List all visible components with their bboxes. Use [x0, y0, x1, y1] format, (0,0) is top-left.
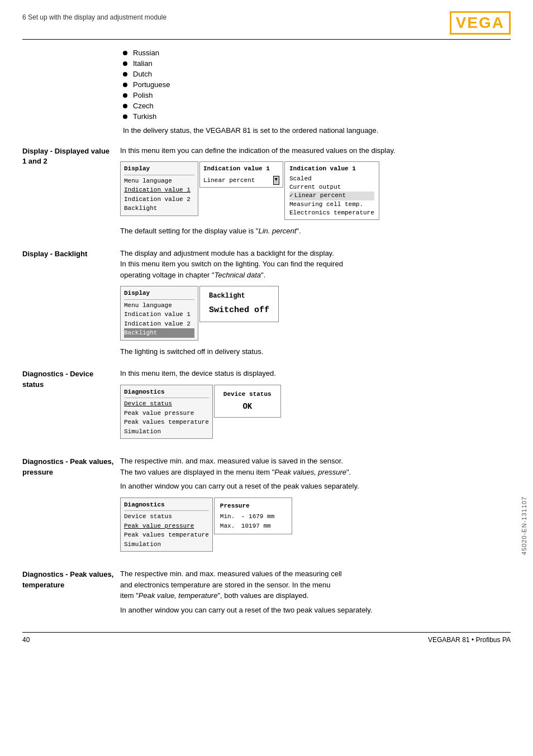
backlight-box-title: Backlight: [209, 291, 269, 301]
backlight-menu-title: Display: [124, 289, 194, 300]
peak-pressure-widget-row: Diagnostics Device status Peak value pre…: [120, 497, 511, 552]
default-note-italic: Lin. percent: [258, 227, 296, 235]
display-value-widget-row: Display Menu language Indication value 1…: [120, 161, 511, 220]
peak-diag-title: Diagnostics: [124, 500, 209, 511]
middle-title: Indication value 1: [203, 164, 279, 174]
bullet-dot: [123, 93, 127, 98]
list-item: Polish: [123, 91, 511, 99]
bullet-dot: [123, 104, 127, 108]
popup-item-linear: Linear percent: [289, 192, 374, 200]
diag-status-desc: In this menu item, the device status is …: [120, 368, 511, 379]
technical-data-italic: Technical data: [215, 271, 261, 279]
display-value-desc: In this menu item you can define the ind…: [120, 145, 511, 156]
bullet-dot: [123, 51, 127, 55]
backlight-menu-left: Display Menu language Indication value 1…: [120, 286, 198, 341]
backlight-desc: The display and adjustment module has a …: [120, 248, 511, 281]
backlight-menu-ind1: Indication value 1: [124, 310, 194, 319]
backlight-box-value: Switched off: [209, 304, 269, 317]
list-item: Dutch: [123, 70, 511, 78]
footer-product: VEGABAR 81 • Profibus PA: [428, 636, 511, 644]
section-content-backlight: The display and adjustment module has a …: [120, 248, 511, 357]
vega-logo: VEGA: [450, 11, 511, 35]
backlight-widget-row: Display Menu language Indication value 1…: [120, 286, 511, 341]
section-label-display-value: Display - Displayed value 1 and 2: [22, 145, 120, 166]
section-diag-peak-temp: Diagnostics - Peak values, temperature T…: [22, 568, 511, 615]
peak-temp-desc2: In another window you can carry out a re…: [120, 605, 511, 616]
default-note: The default setting for the display valu…: [120, 226, 511, 237]
list-item: Russian: [123, 49, 511, 57]
section-label-peak-temp: Diagnostics - Peak values, temperature: [22, 568, 120, 590]
section-diag-peak-pressure: Diagnostics - Peak values, pressure The …: [22, 456, 511, 557]
language-list: Russian Italian Dutch Portuguese Polish …: [123, 49, 511, 121]
diag-status-ok: OK: [223, 401, 272, 413]
page-header: 6 Set up with the display and adjustment…: [22, 11, 511, 40]
list-item: Italian: [123, 59, 511, 68]
pressure-min-label: Min.: [220, 512, 237, 521]
section-content-peak-pressure: The respective min. and max. measured va…: [120, 456, 511, 557]
bullet-dot: [123, 61, 127, 66]
menu-item-indication1: Indication value 1: [124, 185, 194, 195]
pressure-min-value: - 1679 mm: [241, 512, 274, 521]
middle-value: Linear percent: [203, 176, 255, 185]
diag-status-value-box: Device status OK: [214, 385, 281, 418]
menu-item-backlight: Backlight: [124, 204, 194, 213]
display-menu-title: Display: [124, 164, 194, 175]
display-middle-widget: Indication value 1 Linear percent ▼: [199, 161, 283, 188]
bullet-dot: [123, 83, 127, 87]
peak-menu-device: Device status: [124, 512, 209, 521]
diag-menu-peak-temp: Peak values temperature: [124, 418, 209, 427]
menu-item-indication2: Indication value 2: [124, 195, 194, 204]
peak-menu-pressure: Peak value pressure: [124, 521, 209, 531]
popup-item-current: Current output: [289, 183, 374, 192]
diag-menu-simulation: Simulation: [124, 427, 209, 437]
section-label-peak-pressure: Diagnostics - Peak values, pressure: [22, 456, 120, 477]
diag-menu-peak-pressure: Peak value pressure: [124, 409, 209, 418]
diag-status-box-title: Device status: [223, 390, 272, 399]
page-footer: 40 VEGABAR 81 • Profibus PA: [22, 632, 511, 644]
diag-menu-device-status: Device status: [124, 399, 209, 409]
peak-pressure-desc3: In another window you can carry out a re…: [120, 481, 511, 492]
peak-pressure-desc1: The respective min. and max. measured va…: [120, 456, 511, 467]
pressure-max-row: Max. 10197 mm: [220, 521, 286, 531]
peak-menu-simulation: Simulation: [124, 540, 209, 549]
pressure-min-row: Min. - 1679 mm: [220, 512, 286, 521]
backlight-menu-backlight: Backlight: [124, 328, 194, 338]
peak-pressure-menu-left: Diagnostics Device status Peak value pre…: [120, 497, 213, 552]
section-label-diag-status: Diagnostics - Device status: [22, 368, 120, 389]
bullet-dot: [123, 114, 127, 119]
diag-status-menu-left: Diagnostics Device status Peak value pre…: [120, 385, 213, 439]
section-content-peak-temp: The respective min. and max. measured va…: [120, 568, 511, 615]
peak-menu-temp: Peak values temperature: [124, 530, 209, 540]
page-number: 40: [22, 636, 30, 644]
pressure-max-label: Max.: [220, 521, 237, 531]
section-label-backlight: Display - Backlight: [22, 248, 120, 259]
side-watermark: 45020-EN-131107: [521, 496, 527, 555]
list-item: Czech: [123, 102, 511, 110]
peak-values-italic: Peak values, pressure: [274, 468, 346, 476]
section-diag-status: Diagnostics - Device status In this menu…: [22, 368, 511, 444]
dropdown-arrow-icon[interactable]: ▼: [273, 176, 279, 185]
popup-item-meas-cell: Measuring cell temp.: [289, 200, 374, 209]
backlight-value-box: Backlight Switched off: [199, 286, 279, 322]
menu-item-language: Menu language: [124, 176, 194, 186]
peak-pressure-desc2: The two values are displayed in the menu…: [120, 467, 511, 478]
pressure-max-value: 10197 mm: [241, 521, 271, 531]
display-right-popup: Indication value 1 Scaled Current output…: [284, 161, 379, 220]
list-item: Turkish: [123, 112, 511, 121]
backlight-footer: The lighting is switched off in delivery…: [120, 346, 511, 357]
delivery-note: In the delivery status, the VEGABAR 81 i…: [123, 125, 511, 136]
peak-temp-italic: Peak value, temperature: [139, 591, 218, 600]
section-display-value: Display - Displayed value 1 and 2 In thi…: [22, 145, 511, 237]
section-backlight: Display - Backlight The display and adju…: [22, 248, 511, 357]
backlight-menu-ind2: Indication value 2: [124, 319, 194, 329]
diag-status-widget-row: Diagnostics Device status Peak value pre…: [120, 385, 511, 439]
middle-dropdown[interactable]: Linear percent ▼: [203, 176, 279, 185]
bullet-section: Russian Italian Dutch Portuguese Polish …: [123, 49, 511, 136]
popup-item-electronics: Electronics temperature: [289, 209, 374, 217]
diag-menu-title: Diagnostics: [124, 387, 209, 399]
section-content-display-value: In this menu item you can define the ind…: [120, 145, 511, 237]
pressure-box-title: Pressure: [220, 501, 286, 511]
popup-title: Indication value 1: [289, 164, 374, 174]
peak-temp-desc1: The respective min. and max. measured va…: [120, 568, 511, 601]
popup-item-scaled: Scaled: [289, 175, 374, 183]
